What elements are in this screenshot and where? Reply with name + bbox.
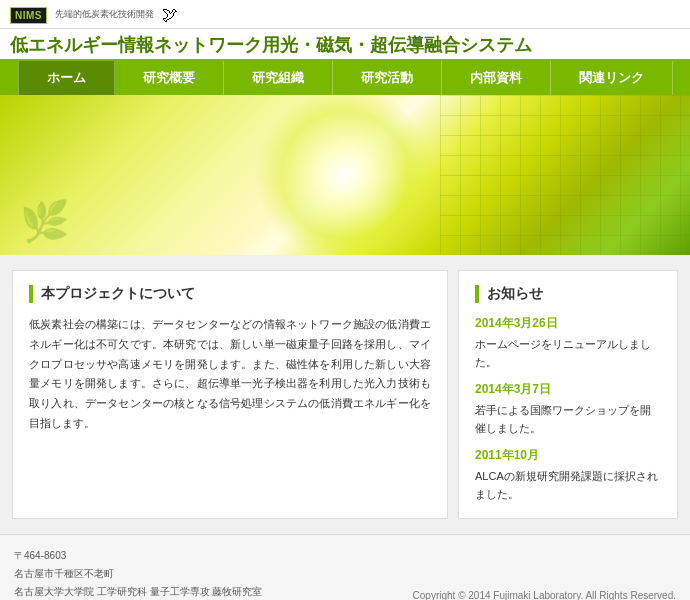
header: NIMS 先端的低炭素化技術開発 🕊 [0,0,690,29]
footer-address-line: 名古屋市千種区不老町 [14,565,262,583]
news-list: 2014年3月26日ホームページをリニューアルしました。2014年3月7日若手に… [475,315,661,504]
hero-decoration: 🌿 [20,198,70,245]
site-title: 低エネルギー情報ネットワーク用光・磁気・超伝導融合システム [0,29,690,61]
hero-glow [255,95,435,255]
news-item-0: ホームページをリニューアルしました。 [475,336,661,371]
nav-item-4[interactable]: 内部資料 [442,61,551,95]
bird-icon: 🕊 [162,6,178,24]
news-date-0: 2014年3月26日 [475,315,661,332]
left-panel: 本プロジェクトについて 低炭素社会の構築には、データセンターなどの情報ネットワー… [12,270,448,519]
footer: 〒464-8603名古屋市千種区不老町名古屋大学大学院 工学研究科 量子工学専攻… [0,534,690,600]
footer-copyright: Copyright © 2014 Fujimaki Laboratory. Al… [413,590,676,600]
nav-item-2[interactable]: 研究組織 [224,61,333,95]
news-item-1: 若手による国際ワークショップを開催しました。 [475,402,661,437]
footer-address-line: 名古屋大学大学院 工学研究科 量子工学専攻 藤牧研究室 [14,583,262,600]
footer-address: 〒464-8603名古屋市千種区不老町名古屋大学大学院 工学研究科 量子工学専攻… [14,547,262,600]
right-panel: お知らせ 2014年3月26日ホームページをリニューアルしました。2014年3月… [458,270,678,519]
logo-subtext: 先端的低炭素化技術開発 [55,9,154,21]
hero-banner: 🌿 [0,95,690,255]
hero-grid [440,95,690,255]
right-panel-title: お知らせ [475,285,661,303]
footer-address-line: 〒464-8603 [14,547,262,565]
news-date-2: 2011年10月 [475,447,661,464]
nav-item-0[interactable]: ホーム [18,61,115,95]
logo-text-main: NIMS [15,10,42,21]
news-item-2: ALCAの新規研究開発課題に採択されました。 [475,468,661,503]
logo-area: NIMS 先端的低炭素化技術開発 🕊 [10,6,178,24]
main-content: 本プロジェクトについて 低炭素社会の構築には、データセンターなどの情報ネットワー… [0,255,690,534]
news-date-1: 2014年3月7日 [475,381,661,398]
left-panel-body: 低炭素社会の構築には、データセンターなどの情報ネットワーク施設の低消費エネルギー… [29,315,431,434]
nav-item-3[interactable]: 研究活動 [333,61,442,95]
nav-item-5[interactable]: 関連リンク [551,61,673,95]
left-panel-title: 本プロジェクトについて [29,285,431,303]
main-nav: ホーム研究概要研究組織研究活動内部資料関連リンク [0,61,690,95]
logo-box: NIMS [10,7,47,24]
nav-item-1[interactable]: 研究概要 [115,61,224,95]
